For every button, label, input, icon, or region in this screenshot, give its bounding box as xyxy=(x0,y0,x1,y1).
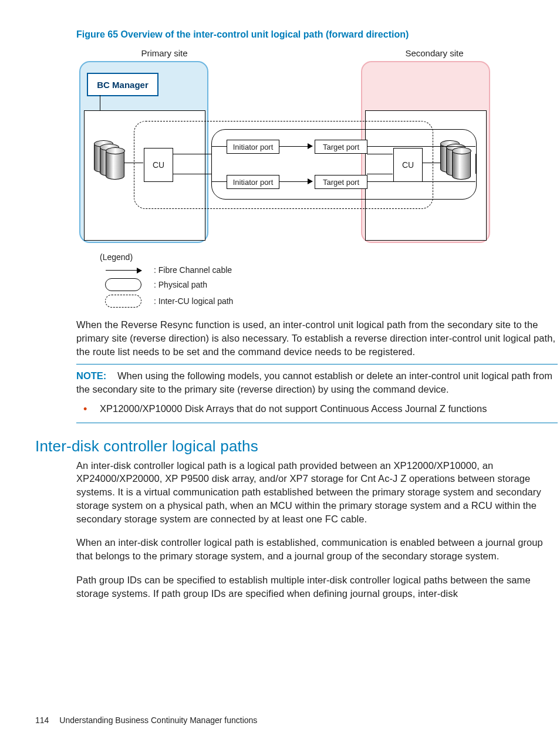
legend-title: (Legend) xyxy=(100,252,499,262)
secondary-disks-icon xyxy=(440,142,472,177)
initiator-port-1: Initiator port xyxy=(227,140,279,154)
bc-manager-box: BC Manager xyxy=(87,73,158,96)
section-heading: Inter-disk controller logical paths xyxy=(35,437,525,455)
figure-65: Primary site Secondary site BC Manager xyxy=(76,48,499,308)
legend-dash-label: : Inter-CU logical path xyxy=(154,296,233,306)
conn-line xyxy=(367,146,475,147)
para-interdisk-3: Path group IDs can be specified to estab… xyxy=(76,573,558,600)
note-label: NOTE: xyxy=(76,370,106,381)
legend-phys-label: : Physical path xyxy=(154,280,207,289)
conn-line xyxy=(211,181,227,182)
conn-line xyxy=(173,154,211,154)
initiator-port-2: Initiator port xyxy=(227,175,279,189)
fc-arrow-icon xyxy=(106,270,141,271)
fc-cable-1 xyxy=(279,146,309,147)
primary-cu: CU xyxy=(144,148,173,182)
note-bullet-1: XP12000/XP10000 Disk Arrays that do not … xyxy=(76,402,558,416)
arrow-icon xyxy=(308,178,313,184)
note-box: NOTE: When using the following models, y… xyxy=(76,364,558,423)
para-interdisk-2: When an inter-disk controller logical pa… xyxy=(76,536,558,563)
diagram: Primary site Secondary site BC Manager xyxy=(76,48,499,248)
note-text: When using the following models, you can… xyxy=(76,370,552,394)
conn-line xyxy=(367,174,393,174)
target-port-1: Target port xyxy=(315,140,367,154)
para-interdisk-1: An inter-disk controller logical path is… xyxy=(76,459,558,526)
conn-line xyxy=(367,154,393,154)
conn-line xyxy=(367,181,475,182)
primary-site-label: Primary site xyxy=(100,48,229,58)
footer-title: Understanding Business Continuity Manage… xyxy=(59,715,257,725)
conn-line xyxy=(211,146,227,147)
target-port-2: Target port xyxy=(315,175,367,189)
secondary-site-label: Secondary site xyxy=(370,48,499,58)
arrow-icon xyxy=(308,143,313,149)
conn-line xyxy=(423,163,440,163)
conn-line xyxy=(124,163,143,163)
primary-disks-icon xyxy=(94,142,126,177)
legend-row-fc: : Fibre Channel cable xyxy=(100,265,499,275)
conn-line xyxy=(211,154,212,174)
legend: (Legend) : Fibre Channel cable : Physica… xyxy=(100,252,499,308)
conn-line xyxy=(173,174,211,174)
figure-caption: Figure 65 Overview of the inter-control … xyxy=(76,29,525,40)
bc-connector xyxy=(100,95,100,111)
legend-fc-label: : Fibre Channel cable xyxy=(154,265,232,275)
secondary-cu: CU xyxy=(393,148,423,182)
para-reverse-resync: When the Reverse Resync function is used… xyxy=(76,318,558,358)
phys-path-icon xyxy=(105,278,141,291)
page-number: 114 xyxy=(35,715,49,725)
conn-line xyxy=(475,154,476,174)
logical-path-icon xyxy=(105,295,141,308)
fc-cable-2 xyxy=(279,181,309,182)
legend-row-dash: : Inter-CU logical path xyxy=(100,295,499,308)
legend-row-phys: : Physical path xyxy=(100,278,499,291)
page-footer: 114 Understanding Business Continuity Ma… xyxy=(35,715,257,725)
